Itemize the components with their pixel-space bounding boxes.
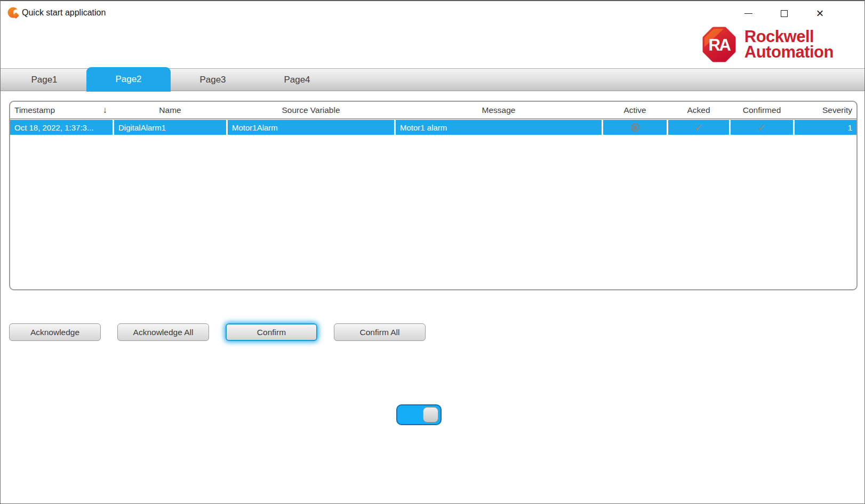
close-icon: × bbox=[816, 8, 823, 19]
column-label: Acked bbox=[687, 105, 710, 115]
tab-bar: Page1 Page2 Page3 Page4 bbox=[1, 68, 864, 91]
alarm-grid: Timestamp ↓ Name Source Variable Message… bbox=[9, 101, 858, 290]
maximize-button[interactable] bbox=[766, 1, 802, 26]
column-label: Source Variable bbox=[282, 105, 340, 115]
column-header-active[interactable]: Active bbox=[603, 102, 667, 118]
close-button[interactable]: × bbox=[802, 1, 838, 26]
tab-page4[interactable]: Page4 bbox=[255, 69, 339, 91]
minimize-icon bbox=[744, 13, 752, 14]
column-header-confirmed[interactable]: Confirmed bbox=[731, 102, 793, 118]
confirmed-check-icon: ✓ bbox=[758, 121, 766, 133]
column-header-source-variable[interactable]: Source Variable bbox=[228, 102, 394, 118]
column-header-message[interactable]: Message bbox=[396, 102, 602, 118]
brand-logo: RA Rockwell Automation bbox=[701, 26, 834, 63]
column-label: Severity bbox=[822, 105, 852, 115]
column-label: Active bbox=[623, 105, 646, 115]
column-header-timestamp[interactable]: Timestamp ↓ bbox=[10, 102, 113, 118]
confirm-all-button[interactable]: Confirm All bbox=[334, 323, 426, 341]
tab-label: Page4 bbox=[284, 75, 310, 85]
title-bar: Quick start application × bbox=[1, 1, 864, 26]
brand-line2: Automation bbox=[744, 45, 834, 60]
cell-confirmed: ✓ bbox=[731, 120, 793, 135]
column-label: Confirmed bbox=[743, 105, 781, 115]
badge-monogram: RA bbox=[708, 36, 731, 54]
tab-label: Page2 bbox=[115, 74, 141, 85]
app-window: { "window": { "title": "Quick start appl… bbox=[0, 0, 865, 504]
column-header-acked[interactable]: Acked bbox=[668, 102, 729, 118]
cell-message: Motor1 alarm bbox=[396, 120, 602, 135]
tab-page3[interactable]: Page3 bbox=[171, 69, 255, 91]
window-title: Quick start application bbox=[22, 1, 106, 26]
confirm-button[interactable]: Confirm bbox=[226, 323, 317, 341]
toggle-knob[interactable] bbox=[423, 407, 438, 422]
sort-descending-icon[interactable]: ↓ bbox=[103, 105, 108, 116]
cell-acked: ✓ bbox=[668, 120, 729, 135]
acked-check-icon: ✓ bbox=[694, 121, 703, 133]
tab-page1[interactable]: Page1 bbox=[2, 69, 86, 91]
rockwell-badge-icon: RA bbox=[701, 26, 738, 63]
column-label: Name bbox=[159, 105, 181, 115]
acknowledge-all-button[interactable]: Acknowledge All bbox=[117, 323, 209, 341]
column-header-severity[interactable]: Severity bbox=[795, 102, 856, 118]
active-radio-icon bbox=[631, 123, 639, 132]
acknowledge-button[interactable]: Acknowledge bbox=[9, 323, 101, 341]
brand-wordmark: Rockwell Automation bbox=[744, 29, 834, 60]
toggle-switch[interactable] bbox=[396, 404, 442, 425]
alarm-actions: Acknowledge Acknowledge All Confirm Conf… bbox=[9, 323, 442, 341]
alarm-row-selected[interactable]: Oct 18, 2022, 1:37:3... DigitalAlarm1 Mo… bbox=[10, 120, 856, 135]
tab-label: Page1 bbox=[31, 75, 57, 85]
maximize-icon bbox=[781, 10, 788, 17]
column-header-name[interactable]: Name bbox=[114, 102, 226, 118]
window-controls: × bbox=[731, 1, 838, 26]
alarm-grid-header: Timestamp ↓ Name Source Variable Message… bbox=[10, 102, 856, 119]
column-label: Timestamp bbox=[14, 105, 55, 115]
cell-source-variable: Motor1Alarm bbox=[228, 120, 394, 135]
cell-name: DigitalAlarm1 bbox=[114, 120, 226, 135]
tab-label: Page3 bbox=[199, 75, 226, 85]
cell-severity: 1 bbox=[795, 120, 856, 135]
cell-active bbox=[603, 120, 667, 135]
column-label: Message bbox=[482, 105, 516, 115]
tab-page2[interactable]: Page2 bbox=[86, 67, 171, 92]
app-logo-icon bbox=[7, 7, 20, 19]
cell-timestamp: Oct 18, 2022, 1:37:3... bbox=[10, 120, 113, 135]
minimize-button[interactable] bbox=[731, 1, 766, 26]
